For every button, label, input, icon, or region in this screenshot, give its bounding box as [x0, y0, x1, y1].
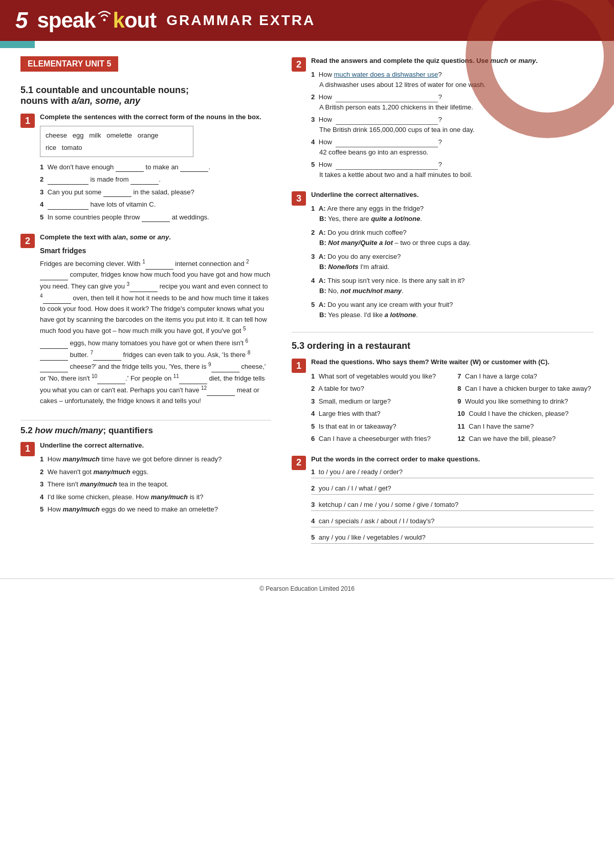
section-5-3-title: 5.3 ordering in a restaurant — [292, 341, 594, 351]
exercise-1-1: 1 Complete the sentences with the correc… — [20, 113, 271, 225]
ex-number-2: 2 — [20, 234, 35, 248]
logo-speak: speak — [37, 8, 95, 33]
ex-5-2-1-item-1: 1 How many/much time have we got before … — [40, 454, 271, 464]
right-exercise-2: 2 Read the answers and complete the quiz… — [292, 56, 594, 182]
wifi-icon — [96, 9, 113, 24]
left-column: ELEMENTARY UNIT 5 5.1 countable and unco… — [20, 56, 271, 558]
footer: © Pearson Education Limited 2016 — [0, 578, 614, 598]
ex-1-content: Complete the sentences with the correct … — [40, 113, 271, 222]
quiz-item-3: 3 How ? The British drink 165,000,000 cu… — [311, 115, 594, 135]
restaurant-item-7: 7 Can I have a large cola? — [457, 371, 594, 382]
restaurant-items: 1 What sort of vegetables would you like… — [311, 371, 594, 447]
ex-2-content: Complete the text with a/an, some or any… — [40, 233, 271, 407]
header-content: speak k out GRAMMAR EXTRA — [37, 8, 599, 33]
restaurant-item-10: 10 Could I have the chicken, please? — [457, 409, 594, 419]
smart-fridges-para: Fridges are becoming clever. With 1 inte… — [40, 258, 271, 407]
right-ex-num-5-3-2: 2 — [292, 456, 306, 470]
order-item-5: 5 any / you / like / vegetables / would? — [311, 533, 594, 544]
word-box: cheese egg milk omelette orangerice toma… — [40, 126, 193, 157]
restaurant-item-1: 1 What sort of vegetables would you like… — [311, 371, 447, 382]
order-item-4: 4 can / specials / ask / about / I / tod… — [311, 517, 594, 527]
ex-5-2-1-item-4: 4 I'd like some chicken, please. How man… — [40, 492, 271, 502]
right-exercise-3: 3 Underline the correct alternatives. 1 … — [292, 190, 594, 324]
ex-1-item-4: 4 have lots of vitamin C. — [40, 199, 271, 210]
restaurant-item-8: 8 Can I have a chicken burger to take aw… — [457, 384, 594, 394]
quiz-item-1: 1 How much water does a dishwasher use? … — [311, 70, 594, 90]
section-divider — [292, 332, 594, 332]
restaurant-item-2: 2 A table for two? — [311, 384, 447, 394]
right-ex-num-5-3-1: 1 — [292, 359, 306, 373]
main-content: ELEMENTARY UNIT 5 5.1 countable and unco… — [0, 41, 614, 568]
unit-label: ELEMENTARY UNIT 5 — [20, 56, 271, 80]
right-ex-3-content: Underline the correct alternatives. 1 A:… — [311, 190, 594, 320]
quiz-item-4: 4 How ? 42 coffee beans go into an espre… — [311, 137, 594, 157]
svg-point-0 — [103, 19, 105, 21]
exercise-1-2: 2 Complete the text with a/an, some or a… — [20, 233, 271, 411]
right-ex-num-3: 3 — [292, 191, 306, 206]
ex-5-2-1-item-3: 3 There isn't many/much tea in the teapo… — [40, 479, 271, 489]
ex-1-item-1: 1 We don't have enough to make an . — [40, 162, 271, 172]
ex-2-instruction: Complete the text with a/an, some or any… — [40, 233, 271, 242]
smart-fridges-title: Smart fridges — [40, 247, 271, 255]
grammar-extra-label: GRAMMAR EXTRA — [166, 12, 315, 29]
ex-number-5-2-1: 1 — [20, 442, 35, 456]
logo-k: k — [113, 8, 124, 33]
quiz-item-5: 5 How ? It takes a kettle about two and … — [311, 160, 594, 180]
right-column: 2 Read the answers and complete the quiz… — [292, 56, 594, 558]
logo: speak k out — [37, 8, 156, 33]
qa-pair-4: 4 A: This soup isn't very nice. Is there… — [311, 276, 594, 296]
unit-number: 5 — [15, 8, 28, 33]
qa-pair-3: 3 A: Do you do any exercise? B: None/lot… — [311, 252, 594, 272]
qa-pair-5: 5 A: Do you want any ice cream with your… — [311, 300, 594, 320]
restaurant-item-5: 5 Is that eat in or takeaway? — [311, 421, 447, 432]
ex-5-2-1-item-2: 2 We haven't got many/much eggs. — [40, 467, 271, 477]
right-ex-num-2: 2 — [292, 57, 306, 72]
qa-pair-2: 2 A: Do you drink much coffee? B: Not ma… — [311, 228, 594, 248]
footer-text: © Pearson Education Limited 2016 — [259, 585, 355, 592]
quiz-link[interactable]: much water does a dishwasher use — [334, 71, 438, 78]
restaurant-item-12: 12 Can we have the bill, please? — [457, 434, 594, 444]
order-item-1: 1 to / you / are / ready / order? — [311, 468, 594, 478]
right-ex-5-3-2-content: Put the words in the correct order to ma… — [311, 455, 594, 544]
qa-pair-1: 1 A: Are there any eggs in the fridge? B… — [311, 204, 594, 224]
right-ex-5-3-1-instruction: Read the questions. Who says them? Write… — [311, 358, 594, 367]
order-item-2: 2 you / can / I / what / get? — [311, 484, 594, 495]
right-exercise-5-3-2: 2 Put the words in the correct order to … — [292, 455, 594, 550]
restaurant-item-4: 4 Large fries with that? — [311, 409, 447, 419]
right-ex-2-content: Read the answers and complete the quiz q… — [311, 56, 594, 180]
ex-number-1: 1 — [20, 114, 35, 128]
ex-1-instruction: Complete the sentences with the correct … — [40, 113, 271, 122]
section-5-2-title: 5.2 how much/many; quantifiers — [20, 420, 271, 436]
restaurant-item-11: 11 Can I have the same? — [457, 421, 594, 432]
ex-1-item-3: 3 Can you put some in the salad, please? — [40, 187, 271, 197]
restaurant-item-9: 9 Would you like something to drink? — [457, 396, 594, 407]
ex-1-item-5: 5 In some countries people throw at wedd… — [40, 212, 271, 222]
right-ex-2-instruction: Read the answers and complete the quiz q… — [311, 56, 594, 65]
right-ex-5-3-2-instruction: Put the words in the correct order to ma… — [311, 455, 594, 464]
ex-5-2-1-instruction: Underline the correct alternative. — [40, 441, 271, 450]
ex-5-2-1-content: Underline the correct alternative. 1 How… — [40, 441, 271, 515]
order-item-3: 3 ketchup / can / me / you / some / give… — [311, 501, 594, 511]
restaurant-item-3: 3 Small, medium or large? — [311, 396, 447, 407]
ex-1-item-2: 2 is made from . — [40, 174, 271, 185]
quiz-item-2: 2 How ? A British person eats 1,200 chic… — [311, 92, 594, 112]
right-ex-5-3-1-content: Read the questions. Who says them? Write… — [311, 358, 594, 446]
right-ex-3-instruction: Underline the correct alternatives. — [311, 190, 594, 199]
logo-out: out — [124, 8, 156, 33]
ex-5-2-1-item-5: 5 How many/much eggs do we need to make … — [40, 504, 271, 515]
right-exercise-5-3-1: 1 Read the questions. Who says them? Wri… — [292, 358, 594, 446]
section-5-1-title: 5.1 countable and uncountable nouns;noun… — [20, 85, 271, 106]
exercise-5-2-1: 1 Underline the correct alternative. 1 H… — [20, 441, 271, 517]
teal-bar — [0, 41, 35, 48]
restaurant-item-6: 6 Can I have a cheeseburger with fries? — [311, 434, 447, 444]
page-header: 5 speak k out GRAMMAR EXTRA — [0, 0, 614, 41]
